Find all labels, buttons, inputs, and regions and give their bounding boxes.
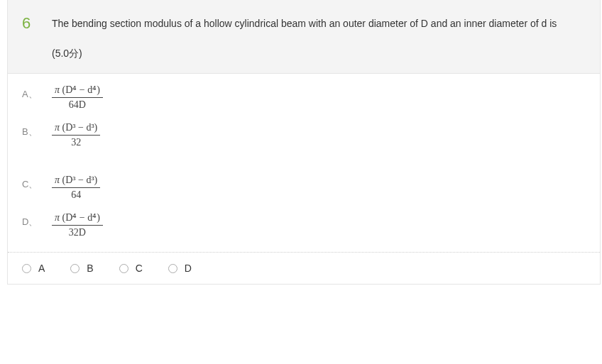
answer-option-d[interactable]: D bbox=[168, 263, 192, 274]
choice-label: D、 bbox=[22, 211, 52, 228]
pi-symbol: π bbox=[55, 175, 60, 185]
question-text: The bending section modulus of a hollow … bbox=[52, 13, 586, 35]
answer-option-c[interactable]: C bbox=[119, 263, 143, 274]
denominator: 64 bbox=[52, 188, 100, 202]
choice-b: B、 π (D³ − d³) 32 bbox=[22, 121, 586, 149]
radio-icon[interactable] bbox=[22, 264, 31, 273]
answer-option-a[interactable]: A bbox=[22, 263, 45, 274]
denominator: 64D bbox=[52, 98, 103, 111]
question-header: 6 The bending section modulus of a hollo… bbox=[8, 0, 600, 74]
pi-symbol: π bbox=[55, 122, 60, 133]
radio-icon[interactable] bbox=[168, 264, 177, 273]
pi-symbol: π bbox=[55, 84, 60, 95]
radio-icon[interactable] bbox=[119, 264, 128, 273]
choice-a: A、 π (D⁴ − d⁴) 64D bbox=[22, 84, 586, 111]
choice-c: C、 π (D³ − d³) 64 bbox=[22, 174, 586, 202]
denominator: 32 bbox=[52, 136, 100, 149]
answer-option-b[interactable]: B bbox=[70, 263, 93, 274]
choice-d: D、 π (D⁴ − d⁴) 32D bbox=[22, 211, 586, 239]
answer-label: C bbox=[136, 263, 143, 274]
pi-symbol: π bbox=[55, 212, 60, 223]
answer-label: A bbox=[38, 263, 45, 274]
choice-formula: π (D³ − d³) 64 bbox=[52, 174, 100, 202]
question-points: (5.0分) bbox=[52, 48, 586, 60]
answer-label: B bbox=[87, 263, 93, 274]
answer-label: D bbox=[185, 263, 192, 274]
question-card: 6 The bending section modulus of a hollo… bbox=[7, 0, 601, 285]
radio-icon[interactable] bbox=[70, 264, 80, 273]
choices-area: A、 π (D⁴ − d⁴) 64D B、 π (D³ − d³) 32 C、 … bbox=[8, 74, 600, 253]
numerator-expr: (D⁴ − d⁴) bbox=[62, 212, 100, 223]
numerator-expr: (D³ − d³) bbox=[62, 122, 98, 133]
choice-formula: π (D³ − d³) 32 bbox=[52, 121, 100, 149]
choice-label: A、 bbox=[22, 84, 52, 101]
choice-formula: π (D⁴ − d⁴) 64D bbox=[52, 84, 103, 111]
question-number: 6 bbox=[22, 13, 52, 35]
numerator-expr: (D³ − d³) bbox=[62, 175, 98, 185]
choice-label: B、 bbox=[22, 121, 52, 138]
numerator-expr: (D⁴ − d⁴) bbox=[62, 84, 100, 95]
choice-label: C、 bbox=[22, 174, 52, 191]
denominator: 32D bbox=[52, 226, 103, 239]
choice-formula: π (D⁴ − d⁴) 32D bbox=[52, 211, 103, 239]
answer-row: A B C D bbox=[8, 252, 600, 284]
question-row: 6 The bending section modulus of a hollo… bbox=[22, 13, 586, 35]
